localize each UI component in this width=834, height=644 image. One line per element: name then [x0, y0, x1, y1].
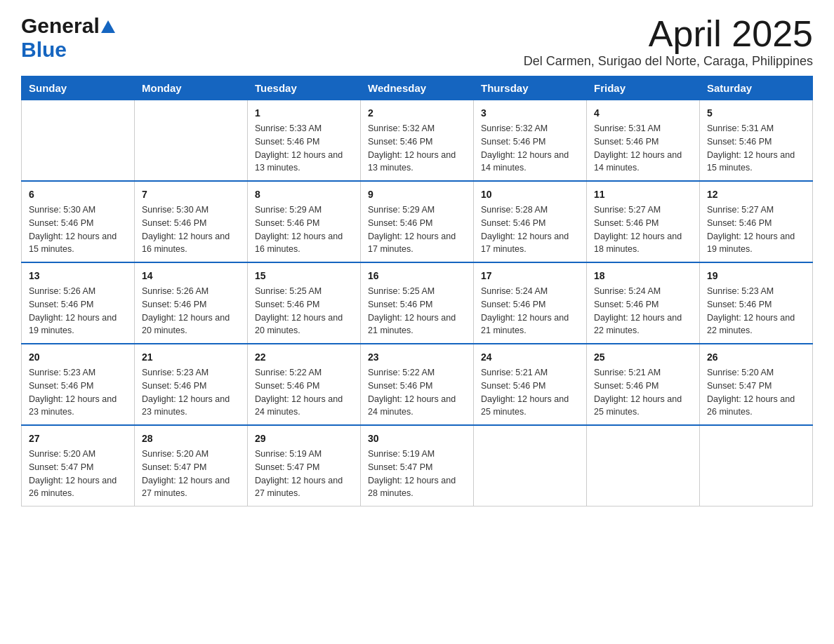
day-number: 11 — [594, 187, 692, 202]
table-row: 30Sunrise: 5:19 AMSunset: 5:47 PMDayligh… — [361, 425, 474, 507]
day-number: 27 — [29, 431, 127, 446]
sunset-text: Sunset: 5:46 PM — [481, 381, 545, 391]
col-tuesday: Tuesday — [248, 76, 361, 100]
sunrise-text: Sunrise: 5:19 AM — [255, 449, 322, 459]
daylight-text: Daylight: 12 hours and 21 minutes. — [481, 313, 569, 336]
day-number: 25 — [594, 350, 692, 365]
sunrise-text: Sunrise: 5:30 AM — [142, 205, 208, 215]
sunset-text: Sunset: 5:46 PM — [368, 137, 432, 147]
sunrise-text: Sunrise: 5:21 AM — [594, 368, 661, 377]
daylight-text: Daylight: 12 hours and 28 minutes. — [368, 476, 456, 499]
table-row — [587, 425, 700, 507]
daylight-text: Daylight: 12 hours and 26 minutes. — [29, 476, 117, 499]
col-thursday: Thursday — [474, 76, 587, 100]
page-header: General Blue April 2025 Del Carmen, Suri… — [21, 14, 813, 69]
sunset-text: Sunset: 5:47 PM — [255, 462, 319, 472]
sunset-text: Sunset: 5:47 PM — [29, 462, 93, 472]
sunset-text: Sunset: 5:46 PM — [255, 300, 319, 309]
sunset-text: Sunset: 5:46 PM — [368, 381, 432, 391]
table-row: 13Sunrise: 5:26 AMSunset: 5:46 PMDayligh… — [22, 262, 135, 344]
sunset-text: Sunset: 5:46 PM — [594, 137, 658, 147]
sunset-text: Sunset: 5:47 PM — [368, 462, 432, 472]
day-number: 4 — [594, 106, 692, 121]
month-year-title: April 2025 — [524, 14, 813, 54]
table-row: 15Sunrise: 5:25 AMSunset: 5:46 PMDayligh… — [248, 262, 361, 344]
sunset-text: Sunset: 5:46 PM — [255, 137, 319, 147]
table-row: 14Sunrise: 5:26 AMSunset: 5:46 PMDayligh… — [135, 262, 248, 344]
table-row: 12Sunrise: 5:27 AMSunset: 5:46 PMDayligh… — [700, 181, 813, 262]
table-row — [135, 100, 248, 182]
table-row: 10Sunrise: 5:28 AMSunset: 5:46 PMDayligh… — [474, 181, 587, 262]
table-row: 21Sunrise: 5:23 AMSunset: 5:46 PMDayligh… — [135, 344, 248, 425]
table-row: 25Sunrise: 5:21 AMSunset: 5:46 PMDayligh… — [587, 344, 700, 425]
table-row: 26Sunrise: 5:20 AMSunset: 5:47 PMDayligh… — [700, 344, 813, 425]
sunrise-text: Sunrise: 5:24 AM — [594, 286, 661, 296]
table-row: 18Sunrise: 5:24 AMSunset: 5:46 PMDayligh… — [587, 262, 700, 344]
col-monday: Monday — [135, 76, 248, 100]
table-row: 27Sunrise: 5:20 AMSunset: 5:47 PMDayligh… — [22, 425, 135, 507]
sunset-text: Sunset: 5:46 PM — [481, 218, 545, 228]
daylight-text: Daylight: 12 hours and 25 minutes. — [594, 394, 682, 417]
day-number: 26 — [707, 350, 805, 365]
day-number: 1 — [255, 106, 353, 121]
daylight-text: Daylight: 12 hours and 24 minutes. — [255, 394, 343, 417]
sunset-text: Sunset: 5:46 PM — [29, 218, 93, 228]
table-row: 3Sunrise: 5:32 AMSunset: 5:46 PMDaylight… — [474, 100, 587, 182]
sunset-text: Sunset: 5:46 PM — [707, 300, 772, 309]
day-number: 21 — [142, 350, 240, 365]
sunrise-text: Sunrise: 5:20 AM — [29, 449, 95, 459]
daylight-text: Daylight: 12 hours and 14 minutes. — [481, 150, 569, 173]
col-friday: Friday — [587, 76, 700, 100]
calendar-table: Sunday Monday Tuesday Wednesday Thursday… — [21, 76, 813, 507]
table-row: 1Sunrise: 5:33 AMSunset: 5:46 PMDaylight… — [248, 100, 361, 182]
table-row: 8Sunrise: 5:29 AMSunset: 5:46 PMDaylight… — [248, 181, 361, 262]
sunrise-text: Sunrise: 5:33 AM — [255, 123, 322, 133]
col-saturday: Saturday — [700, 76, 813, 100]
daylight-text: Daylight: 12 hours and 14 minutes. — [594, 150, 682, 173]
sunset-text: Sunset: 5:46 PM — [594, 300, 658, 309]
day-number: 14 — [142, 269, 240, 283]
daylight-text: Daylight: 12 hours and 25 minutes. — [481, 394, 569, 417]
daylight-text: Daylight: 12 hours and 20 minutes. — [255, 313, 343, 336]
daylight-text: Daylight: 12 hours and 21 minutes. — [368, 313, 456, 336]
table-row: 17Sunrise: 5:24 AMSunset: 5:46 PMDayligh… — [474, 262, 587, 344]
daylight-text: Daylight: 12 hours and 22 minutes. — [594, 313, 682, 336]
sunset-text: Sunset: 5:47 PM — [142, 462, 206, 472]
sunset-text: Sunset: 5:46 PM — [142, 381, 206, 391]
daylight-text: Daylight: 12 hours and 17 minutes. — [368, 232, 456, 255]
sunrise-text: Sunrise: 5:29 AM — [255, 205, 322, 215]
day-number: 10 — [481, 187, 579, 202]
day-number: 29 — [255, 431, 353, 446]
col-sunday: Sunday — [22, 76, 135, 100]
sunrise-text: Sunrise: 5:22 AM — [368, 368, 435, 377]
calendar-week-row: 20Sunrise: 5:23 AMSunset: 5:46 PMDayligh… — [22, 344, 813, 425]
calendar-header-row: Sunday Monday Tuesday Wednesday Thursday… — [22, 76, 813, 100]
sunrise-text: Sunrise: 5:20 AM — [707, 368, 774, 377]
svg-marker-0 — [101, 20, 115, 33]
sunrise-text: Sunrise: 5:23 AM — [707, 286, 774, 296]
daylight-text: Daylight: 12 hours and 19 minutes. — [29, 313, 117, 336]
day-number: 30 — [368, 431, 466, 446]
sunrise-text: Sunrise: 5:25 AM — [368, 286, 435, 296]
table-row — [22, 100, 135, 182]
daylight-text: Daylight: 12 hours and 19 minutes. — [707, 232, 795, 255]
table-row: 23Sunrise: 5:22 AMSunset: 5:46 PMDayligh… — [361, 344, 474, 425]
day-number: 20 — [29, 350, 127, 365]
logo-arrow-icon — [101, 20, 115, 33]
day-number: 22 — [255, 350, 353, 365]
daylight-text: Daylight: 12 hours and 26 minutes. — [707, 394, 795, 417]
day-number: 16 — [368, 269, 466, 283]
sunrise-text: Sunrise: 5:27 AM — [707, 205, 774, 215]
sunset-text: Sunset: 5:46 PM — [481, 137, 545, 147]
daylight-text: Daylight: 12 hours and 27 minutes. — [142, 476, 230, 499]
sunrise-text: Sunrise: 5:23 AM — [29, 368, 95, 377]
daylight-text: Daylight: 12 hours and 24 minutes. — [368, 394, 456, 417]
sunset-text: Sunset: 5:47 PM — [707, 381, 772, 391]
day-number: 7 — [142, 187, 240, 202]
sunrise-text: Sunrise: 5:20 AM — [142, 449, 208, 459]
day-number: 23 — [368, 350, 466, 365]
col-wednesday: Wednesday — [361, 76, 474, 100]
table-row: 2Sunrise: 5:32 AMSunset: 5:46 PMDaylight… — [361, 100, 474, 182]
table-row: 20Sunrise: 5:23 AMSunset: 5:46 PMDayligh… — [22, 344, 135, 425]
daylight-text: Daylight: 12 hours and 13 minutes. — [255, 150, 343, 173]
